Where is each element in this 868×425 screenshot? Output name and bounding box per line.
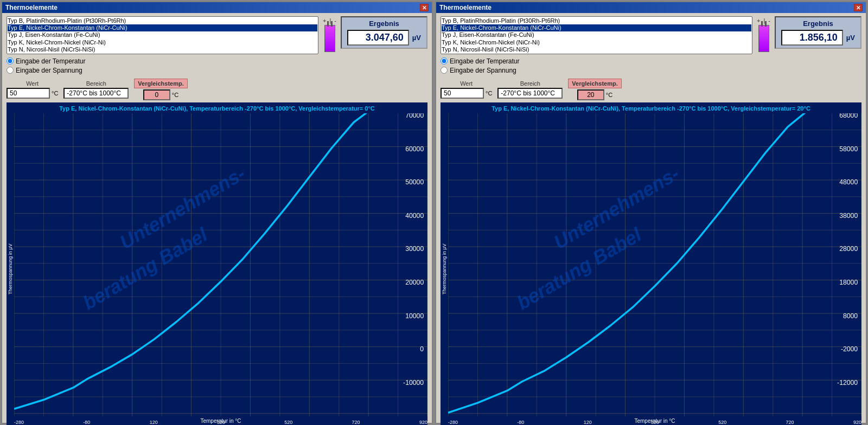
svg-text:-2000: -2000	[841, 345, 858, 353]
radio-section-right: Eingabe der Temperatur Eingabe der Spann…	[441, 57, 861, 74]
option-j-right[interactable]: Typ J, Eisen-Konstantan (Fe-CuNi)	[442, 31, 751, 38]
option-k-left[interactable]: Typ K, Nickel-Chrom-Nickel (NiCr-Ni)	[8, 39, 317, 46]
x-label-280-left: -280	[14, 420, 24, 425]
x-label-320-right: 320	[651, 420, 659, 425]
x-axis-left: -280 -80 120 320 520 720 920	[14, 420, 427, 425]
tc-poles-right: + | -	[757, 17, 770, 24]
content-left: Typ B, PlatinRhodium-Platin (Pt30Rh-Pt6R…	[2, 13, 432, 425]
vergleich-input-left[interactable]	[143, 89, 170, 100]
option-n-right[interactable]: Typ N, Nicrosil-Nisil (NiCrSi-NiSi)	[442, 46, 751, 53]
option-b-left[interactable]: Typ B, PlatinRhodium-Platin (Pt30Rh-Pt6R…	[8, 17, 317, 24]
svg-text:28000: 28000	[839, 246, 858, 253]
x-label-920-left: 920	[419, 420, 427, 425]
ergebnis-unit-right: µV	[846, 34, 855, 42]
tc-poles-left: + | -	[323, 17, 336, 24]
wert-row-left: °C	[7, 88, 58, 99]
bereich-input-left[interactable]	[63, 88, 129, 99]
thermocouple-select-left[interactable]: Typ B, PlatinRhodium-Platin (Pt30Rh-Pt6R…	[7, 16, 318, 54]
chart-right-left: 70000 60000 50000 40000 30000 20000 1000…	[14, 113, 427, 424]
radio-row2-right: Eingabe der Spannung	[441, 67, 861, 74]
tc-plus-left: +	[323, 17, 326, 24]
tc-minus-right: -	[768, 17, 770, 24]
chart-right-right: 68000 58000 48000 38000 28000 18000 8000…	[448, 113, 861, 424]
svg-text:40000: 40000	[405, 212, 424, 220]
wert-label-right: Wert	[460, 80, 473, 87]
radio-temp-right[interactable]	[441, 57, 448, 65]
tc-wire-left-l	[327, 21, 329, 27]
tc-body-right	[758, 25, 769, 52]
tc-wire-right-r	[765, 21, 767, 27]
option-k-right[interactable]: Typ K, Nickel-Chrom-Nickel (NiCr-Ni)	[442, 39, 751, 46]
wert-input-left[interactable]	[7, 88, 50, 99]
chart-title-right: Typ E, Nickel-Chrom-Konstantan (NiCr-CuN…	[441, 102, 861, 113]
x-label-320-left: 320	[217, 420, 225, 425]
radio-row1-right: Eingabe der Temperatur	[441, 57, 861, 65]
thermocouple-icon-right: + | -	[757, 17, 770, 52]
input-section-left: Wert °C Bereich Vergleichstemp. °C	[7, 79, 427, 100]
thermocouple-select-right[interactable]: Typ B, PlatinRhodium-Platin (Pt30Rh-Pt6R…	[441, 16, 752, 54]
option-e-left[interactable]: Typ E, Nickel-Chrom-Konstantan (NiCr-CuN…	[8, 24, 317, 31]
wert-input-right[interactable]	[441, 88, 484, 99]
close-button-left[interactable]: ✕	[420, 4, 429, 11]
x-label-920-right: 920	[853, 420, 861, 425]
option-b-right[interactable]: Typ B, PlatinRhodium-Platin (Pt30Rh-Pt6R…	[442, 17, 751, 24]
vergleich-unit-right: °C	[606, 92, 612, 98]
title-left: Thermoelemente	[5, 4, 58, 11]
wert-row-right: °C	[441, 88, 492, 99]
y-axis-label-left: Thermospannung in µV	[7, 113, 14, 424]
x-label-720-right: 720	[786, 420, 794, 425]
wert-unit-right: °C	[486, 90, 492, 96]
ergebnis-unit-left: µV	[412, 34, 421, 42]
ergebnis-label-left: Ergebnis	[347, 20, 421, 28]
vergleich-input-right[interactable]	[577, 89, 604, 100]
svg-text:-10000: -10000	[403, 379, 424, 387]
option-e-right[interactable]: Typ E, Nickel-Chrom-Konstantan (NiCr-CuN…	[442, 24, 751, 31]
svg-text:48000: 48000	[839, 179, 858, 186]
ergebnis-box-left: Ergebnis 3.047,60 µV	[341, 16, 427, 49]
tc-minus-left: -	[334, 17, 336, 24]
vergleich-group-left: Vergleichstemp. °C	[134, 79, 187, 100]
x-label-80-left: -80	[83, 420, 90, 425]
vergleich-unit-left: °C	[172, 92, 178, 98]
svg-text:50000: 50000	[405, 179, 424, 186]
bereich-input-right[interactable]	[497, 88, 563, 99]
radio-section-left: Eingabe der Temperatur Eingabe der Spann…	[7, 57, 427, 74]
dropdown-area-right: Typ B, PlatinRhodium-Platin (Pt30Rh-Pt6R…	[441, 16, 752, 54]
chart-wrapper-left: Typ E, Nickel-Chrom-Konstantan (NiCr-CuN…	[7, 102, 427, 425]
radio-spannung-label-left: Eingabe der Spannung	[16, 67, 82, 74]
top-row-right: Typ B, PlatinRhodium-Platin (Pt30Rh-Pt6R…	[441, 16, 861, 54]
option-n-left[interactable]: Typ N, Nicrosil-Nisil (NiCrSi-NiSi)	[8, 46, 317, 53]
wert-label-left: Wert	[26, 80, 39, 87]
option-j-left[interactable]: Typ J, Eisen-Konstantan (Fe-CuNi)	[8, 31, 317, 38]
svg-text:58000: 58000	[839, 145, 858, 153]
radio-spannung-label-right: Eingabe der Spannung	[450, 67, 516, 74]
x-label-720-left: 720	[352, 420, 360, 425]
chart-plot-right: 68000 58000 48000 38000 28000 18000 8000…	[448, 113, 861, 416]
vergleich-label-right: Vergleichstemp.	[568, 79, 621, 88]
svg-text:0: 0	[420, 345, 424, 353]
vergleich-row-right: °C	[577, 89, 612, 100]
bereich-label-right: Bereich	[520, 80, 540, 87]
tc-plus-right: +	[757, 17, 760, 24]
wert-group-left: Wert °C	[7, 80, 58, 99]
x-label-120-left: 120	[150, 420, 158, 425]
chart-title-left: Typ E, Nickel-Chrom-Konstantan (NiCr-CuN…	[7, 102, 427, 113]
tc-wire-left-r	[761, 21, 763, 27]
svg-text:68000: 68000	[839, 113, 858, 119]
radio-temp-left[interactable]	[7, 57, 14, 65]
vergleich-group-right: Vergleichstemp. °C	[568, 79, 621, 100]
svg-text:20000: 20000	[405, 279, 424, 286]
svg-text:10000: 10000	[405, 312, 424, 320]
radio-spannung-right[interactable]	[441, 67, 448, 74]
svg-text:18000: 18000	[839, 279, 858, 286]
ergebnis-label-right: Ergebnis	[781, 20, 855, 28]
thermocouple-icon-left: + | -	[323, 17, 336, 52]
tc-wire-right-l	[331, 21, 333, 27]
close-button-right[interactable]: ✕	[854, 4, 863, 11]
title-right: Thermoelemente	[439, 4, 492, 11]
ergebnis-box-right: Ergebnis 1.856,10 µV	[775, 16, 861, 49]
vergleich-row-left: °C	[143, 89, 178, 100]
radio-spannung-left[interactable]	[7, 67, 14, 74]
top-row-left: Typ B, PlatinRhodium-Platin (Pt30Rh-Pt6R…	[7, 16, 427, 54]
ergebnis-value-row-left: 3.047,60 µV	[347, 30, 421, 46]
